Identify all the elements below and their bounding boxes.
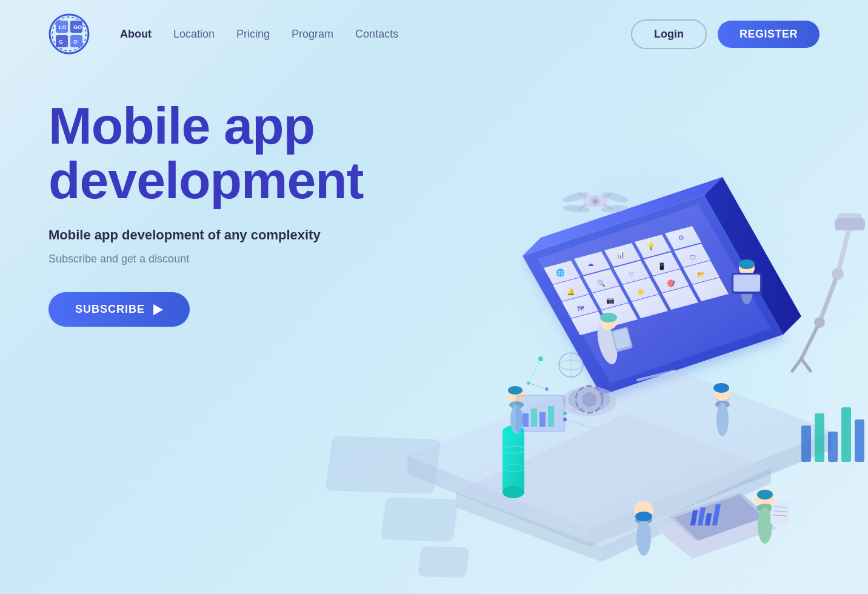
svg-line-144 <box>529 383 547 389</box>
hero-section: Mobile app development Mobile app develo… <box>0 68 868 327</box>
svg-point-101 <box>635 512 652 521</box>
navbar: LO GO G O About Location Pricing Program… <box>0 0 868 68</box>
svg-rect-90 <box>835 218 865 230</box>
svg-point-69 <box>713 383 729 393</box>
register-button[interactable]: REGISTER <box>718 21 820 48</box>
svg-point-104 <box>758 507 772 544</box>
svg-text:🎯: 🎯 <box>667 279 675 287</box>
svg-text:⭐: ⭐ <box>636 287 645 296</box>
nav-program[interactable]: Program <box>292 28 333 41</box>
svg-text:LO: LO <box>59 24 67 30</box>
play-icon <box>153 304 163 315</box>
logo[interactable]: LO GO G O <box>48 13 90 55</box>
subscribe-button[interactable]: SUBSCRIBE <box>48 292 190 327</box>
svg-point-0 <box>50 15 88 53</box>
svg-text:G: G <box>59 39 63 45</box>
svg-point-62 <box>600 313 617 322</box>
nav-about[interactable]: About <box>120 28 152 41</box>
svg-point-85 <box>832 268 844 280</box>
svg-point-76 <box>593 199 598 204</box>
svg-text:O: O <box>73 39 78 45</box>
login-button[interactable]: Login <box>631 19 707 49</box>
svg-rect-124 <box>548 406 554 427</box>
svg-text:🛡: 🛡 <box>689 254 696 261</box>
hero-subtitle: Mobile app development of any complexity <box>48 226 363 245</box>
svg-rect-111 <box>502 432 524 492</box>
svg-line-81 <box>838 225 850 274</box>
svg-point-119 <box>508 386 522 395</box>
svg-rect-133 <box>855 419 864 462</box>
hero-text: Mobile app development Mobile app develo… <box>48 86 363 327</box>
svg-text:📊: 📊 <box>616 250 625 259</box>
svg-text:💡: 💡 <box>647 242 655 250</box>
svg-text:🔔: 🔔 <box>567 287 575 296</box>
svg-text:GO: GO <box>73 24 82 30</box>
svg-point-100 <box>636 519 651 556</box>
nav-actions: Login REGISTER <box>631 19 820 49</box>
svg-text:📷: 📷 <box>606 296 615 304</box>
nav-pricing[interactable]: Pricing <box>236 28 270 41</box>
svg-line-87 <box>792 359 801 371</box>
svg-text:📂: 📂 <box>697 270 706 279</box>
svg-text:☁: ☁ <box>587 260 594 267</box>
svg-rect-131 <box>828 432 838 462</box>
svg-line-83 <box>801 322 820 359</box>
svg-line-82 <box>820 274 838 322</box>
svg-rect-132 <box>841 407 851 462</box>
svg-rect-130 <box>815 413 824 462</box>
svg-line-88 <box>801 359 810 371</box>
nav-location[interactable]: Location <box>173 28 215 41</box>
svg-point-86 <box>814 317 825 328</box>
svg-rect-106 <box>770 501 790 525</box>
svg-text:🌐: 🌐 <box>556 268 565 277</box>
svg-rect-121 <box>522 413 529 427</box>
svg-point-67 <box>716 402 729 436</box>
svg-text:⚙: ⚙ <box>678 234 684 241</box>
svg-point-139 <box>739 259 755 269</box>
svg-line-143 <box>529 359 541 383</box>
nav-contacts[interactable]: Contacts <box>355 28 398 41</box>
hero-title: Mobile app development <box>48 98 363 208</box>
svg-rect-122 <box>531 409 537 427</box>
nav-links: About Location Pricing Program Contacts <box>120 28 631 41</box>
svg-text:🔍: 🔍 <box>597 279 606 287</box>
svg-rect-129 <box>801 425 811 462</box>
svg-text:📱: 📱 <box>658 262 666 270</box>
svg-rect-138 <box>733 275 760 292</box>
svg-text:♡: ♡ <box>629 271 635 278</box>
hero-description: Subscribe and get a discount <box>48 253 363 265</box>
hero-illustration: 🌐 ☁ 📊 💡 ⚙ 🔔 🔍 ♡ <box>322 68 868 594</box>
svg-text:🗺: 🗺 <box>577 305 584 312</box>
svg-point-105 <box>757 490 773 499</box>
svg-rect-123 <box>539 412 546 427</box>
svg-point-112 <box>502 486 524 498</box>
